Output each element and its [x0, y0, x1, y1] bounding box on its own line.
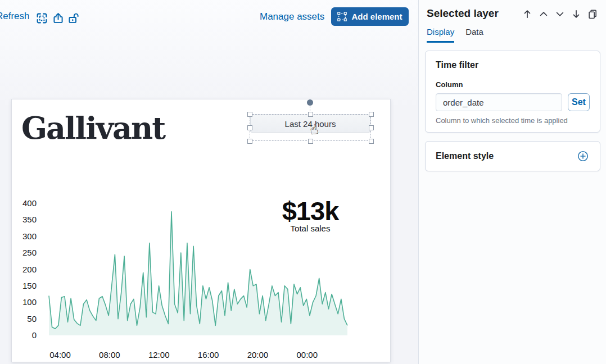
unlock-button[interactable] — [66, 11, 80, 25]
selection-handle[interactable] — [369, 112, 374, 117]
add-element-icon — [337, 12, 347, 21]
add-element-label: Add element — [351, 12, 402, 21]
selection-handle[interactable] — [308, 139, 313, 144]
y-tick-label: 400 — [11, 198, 37, 208]
time-filter-element[interactable]: Last 24 hours — [250, 115, 370, 133]
fullscreen-button[interactable] — [35, 11, 48, 25]
add-element-button[interactable]: Add element — [331, 7, 409, 26]
manage-assets-link[interactable]: Manage assets — [260, 11, 324, 22]
y-tick-label: 300 — [11, 231, 37, 241]
sidebar-title: Selected layer — [427, 7, 499, 20]
tab-data[interactable]: Data — [465, 27, 483, 43]
y-tick-label: 250 — [11, 248, 37, 257]
plus-circle-icon — [577, 151, 589, 162]
x-tick-label: 04:00 — [43, 350, 77, 360]
x-tick-label: 16:00 — [192, 350, 225, 360]
time-filter-heading: Time filter — [436, 60, 590, 70]
selection-handle[interactable] — [369, 125, 374, 130]
x-tick-label: 20:00 — [241, 350, 274, 360]
refresh-link[interactable]: Refresh — [0, 11, 30, 22]
add-style-button[interactable] — [576, 149, 590, 163]
unlock-icon — [67, 12, 79, 24]
element-style-panel: Element style — [425, 141, 600, 171]
selection-handle[interactable] — [369, 139, 374, 144]
element-style-heading: Element style — [436, 151, 494, 161]
x-tick-label: 08:00 — [93, 350, 126, 360]
chart-y-axis: 050100150200250300350400 — [11, 198, 37, 341]
y-tick-label: 200 — [11, 265, 37, 274]
y-tick-label: 0 — [11, 330, 37, 340]
sidebar-tabs: Display Data — [427, 27, 483, 43]
y-tick-label: 100 — [11, 297, 37, 307]
column-input[interactable] — [436, 93, 562, 111]
column-help-text: Column to which selected time is applied — [436, 116, 590, 125]
rotation-handle[interactable] — [307, 99, 313, 106]
move-down-button[interactable] — [554, 8, 566, 20]
chevron-up-icon — [539, 9, 549, 19]
move-to-top-button[interactable] — [522, 8, 533, 20]
move-to-bottom-button[interactable] — [571, 8, 582, 20]
tab-display[interactable]: Display — [427, 27, 454, 43]
selection-handle[interactable] — [247, 125, 252, 130]
sales-area-chart[interactable] — [48, 198, 349, 338]
time-filter-panel: Time filter Column Set Column to which s… — [425, 51, 600, 133]
settings-sidebar: Selected layer Display Data Time filter … — [418, 0, 606, 364]
set-button[interactable]: Set — [568, 93, 590, 111]
column-label: Column — [436, 80, 590, 89]
move-up-button[interactable] — [538, 8, 549, 20]
duplicate-layer-button[interactable] — [587, 8, 598, 20]
arrow-up-icon — [522, 9, 532, 19]
fullscreen-icon — [36, 12, 48, 24]
gallivant-logo[interactable]: Gallivant — [21, 110, 179, 146]
y-tick-label: 50 — [11, 314, 37, 324]
selection-handle[interactable] — [247, 139, 252, 144]
selection-handle[interactable] — [308, 112, 313, 117]
x-tick-label: 00:00 — [290, 350, 324, 360]
y-tick-label: 350 — [11, 215, 37, 224]
export-button[interactable] — [51, 11, 65, 25]
duplicate-icon — [587, 9, 598, 19]
chart-x-axis: 04:0008:0012:0016:0020:0000:00 — [48, 350, 354, 361]
selection-handle[interactable] — [247, 112, 252, 117]
chevron-down-icon — [555, 9, 565, 19]
arrow-down-icon — [571, 9, 581, 19]
export-icon — [52, 12, 64, 24]
x-tick-label: 12:00 — [142, 350, 176, 360]
y-tick-label: 150 — [11, 281, 37, 290]
